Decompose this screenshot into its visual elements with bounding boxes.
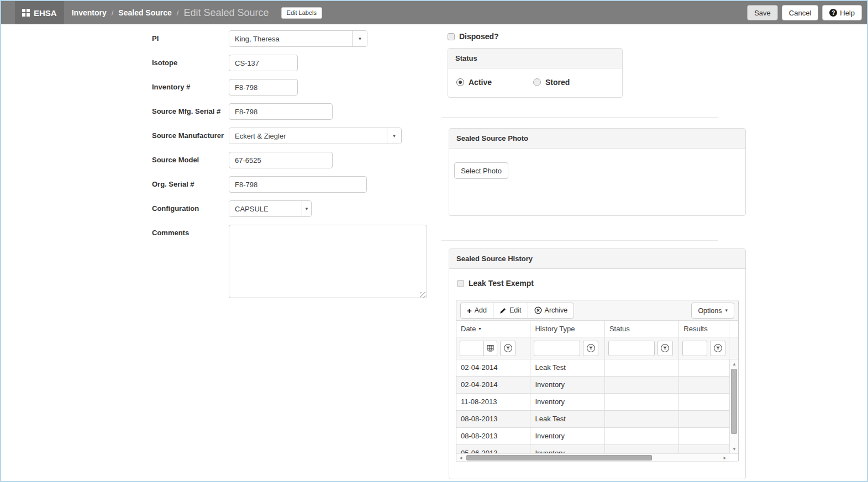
sealed-source-form: PI ▾ Isotope Inventory # Source Mfg. Ser… — [152, 30, 434, 308]
scroll-up-icon[interactable]: ▲ — [730, 359, 739, 368]
history-panel: Sealed Source History Leak Test Exempt +… — [449, 248, 746, 479]
configuration-label: Configuration — [152, 200, 229, 217]
column-header-history-type[interactable]: History Type — [530, 321, 604, 337]
cancel-button[interactable]: Cancel — [782, 5, 818, 20]
photo-panel-title: Sealed Source Photo — [449, 129, 745, 149]
vertical-scrollbar-thumb[interactable] — [731, 369, 737, 434]
manufacturer-input[interactable] — [229, 128, 387, 144]
archive-button[interactable]: Archive — [528, 303, 575, 319]
date-filter-picker — [460, 341, 497, 356]
configuration-dropdown-button[interactable]: ▾ — [302, 201, 311, 216]
photo-panel: Sealed Source Photo Select Photo — [449, 128, 746, 216]
history-panel-title: Sealed Source History — [449, 249, 745, 269]
history-type-filter-menu-button[interactable] — [583, 341, 598, 356]
table-row[interactable]: 08-08-2013 Inventory — [456, 428, 729, 445]
grid-toolbar: + Add Edit Archive — [456, 300, 738, 321]
form-row-mfg-serial: Source Mfg. Serial # — [152, 103, 434, 120]
configuration-combobox: ▾ — [229, 200, 312, 217]
inventory-number-input[interactable] — [229, 79, 298, 96]
history-type-filter-input[interactable] — [534, 341, 580, 356]
pencil-icon — [499, 307, 507, 314]
leak-test-exempt-row[interactable]: Leak Test Exempt — [457, 279, 534, 288]
leak-test-exempt-label: Leak Test Exempt — [469, 279, 534, 288]
grid-icon — [22, 9, 30, 17]
edit-button[interactable]: Edit — [493, 303, 528, 319]
org-serial-input[interactable] — [229, 176, 367, 193]
breadcrumb-inventory[interactable]: Inventory — [72, 8, 107, 17]
disposed-checkbox-row[interactable]: Disposed? — [448, 32, 499, 41]
column-header-date[interactable]: Date ▾ — [456, 321, 530, 337]
form-row-manufacturer: Source Manufacturer ▾ — [152, 128, 434, 144]
status-active-option[interactable]: Active — [456, 78, 492, 87]
caret-down-icon: ▾ — [306, 206, 308, 211]
filter-spacer — [729, 337, 738, 359]
status-filter-input[interactable] — [608, 341, 655, 356]
breadcrumb-separator: / — [177, 9, 179, 17]
history-type-header-label: History Type — [535, 325, 575, 333]
column-header-results[interactable]: Results — [679, 321, 729, 337]
funnel-icon — [586, 343, 596, 353]
configuration-input[interactable] — [229, 201, 302, 216]
stored-radio[interactable] — [533, 78, 541, 86]
isotope-label: Isotope — [152, 55, 229, 71]
table-row[interactable]: 08-08-2013 Leak Test — [456, 411, 729, 428]
breadcrumb-sealed-source[interactable]: Sealed Source — [118, 8, 172, 17]
edit-label: Edit — [509, 306, 522, 314]
results-filter-input[interactable] — [682, 341, 707, 356]
pi-dropdown-button[interactable]: ▾ — [353, 31, 367, 46]
form-row-configuration: Configuration ▾ — [152, 200, 434, 217]
pi-input[interactable] — [229, 31, 353, 46]
stored-label: Stored — [545, 78, 570, 87]
question-circle-icon: ? — [829, 9, 837, 17]
nav-actions: Save Cancel ? Help — [747, 5, 867, 20]
source-model-input[interactable] — [229, 152, 333, 168]
scroll-right-icon[interactable]: ► — [720, 454, 729, 462]
manufacturer-dropdown-button[interactable]: ▾ — [387, 128, 401, 144]
calendar-button[interactable] — [483, 341, 497, 356]
cell-date: 08-08-2013 — [456, 411, 530, 427]
save-button[interactable]: Save — [747, 5, 778, 20]
table-row[interactable]: 05-06-2013 Inventory — [456, 445, 729, 453]
scroll-left-icon[interactable]: ◄ — [456, 454, 465, 462]
comments-textarea[interactable] — [229, 225, 427, 298]
status-stored-option[interactable]: Stored — [533, 78, 570, 87]
select-photo-button[interactable]: Select Photo — [454, 162, 508, 179]
add-button[interactable]: + Add — [460, 303, 493, 319]
pi-label: PI — [152, 30, 229, 47]
horizontal-scrollbar[interactable]: ◄ ► — [456, 453, 738, 462]
horizontal-scrollbar-thumb[interactable] — [466, 455, 652, 460]
leak-test-exempt-checkbox[interactable] — [457, 280, 464, 287]
brand-home-link[interactable]: EHSA — [15, 1, 64, 24]
column-header-status[interactable]: Status — [605, 321, 679, 337]
cell-status — [605, 411, 679, 427]
status-panel: Status Active Stored — [448, 48, 623, 98]
status-filter-menu-button[interactable] — [657, 341, 673, 356]
table-row[interactable]: 02-04-2014 Leak Test — [456, 359, 729, 377]
grid-rows-viewport: 02-04-2014 Leak Test 02-04-2014 Inventor… — [456, 359, 729, 453]
caret-down-icon: ▾ — [393, 134, 396, 139]
active-radio[interactable] — [456, 78, 464, 86]
help-button[interactable]: ? Help — [822, 5, 862, 20]
horizontal-scrollbar-track[interactable] — [465, 454, 720, 462]
history-grid: + Add Edit Archive — [456, 300, 739, 462]
history-type-filter-cell — [530, 337, 604, 359]
manufacturer-label: Source Manufacturer — [152, 128, 229, 144]
table-row[interactable]: 02-04-2014 Inventory — [456, 377, 729, 394]
mfg-serial-input[interactable] — [229, 103, 333, 120]
options-button[interactable]: Options ▾ — [691, 303, 734, 319]
date-filter-menu-button[interactable] — [500, 341, 515, 356]
navbar: EHSA Inventory / Sealed Source / Edit Se… — [1, 1, 867, 24]
vertical-scrollbar[interactable]: ▲ ▼ — [729, 359, 738, 453]
isotope-input[interactable] — [229, 55, 298, 71]
app-window: EHSA Inventory / Sealed Source / Edit Se… — [0, 0, 868, 482]
breadcrumb-separator: / — [112, 9, 114, 17]
edit-labels-button[interactable]: Edit Labels — [281, 7, 322, 19]
scroll-down-icon[interactable]: ▼ — [730, 444, 739, 453]
brand-label: EHSA — [34, 8, 57, 18]
results-filter-menu-button[interactable] — [710, 341, 725, 356]
caret-down-icon: ▾ — [359, 36, 361, 41]
disposed-checkbox[interactable] — [448, 33, 455, 40]
table-row[interactable]: 11-08-2013 Inventory — [456, 394, 729, 411]
date-filter-input[interactable] — [460, 341, 483, 356]
form-row-org-serial: Org. Serial # — [152, 176, 434, 193]
